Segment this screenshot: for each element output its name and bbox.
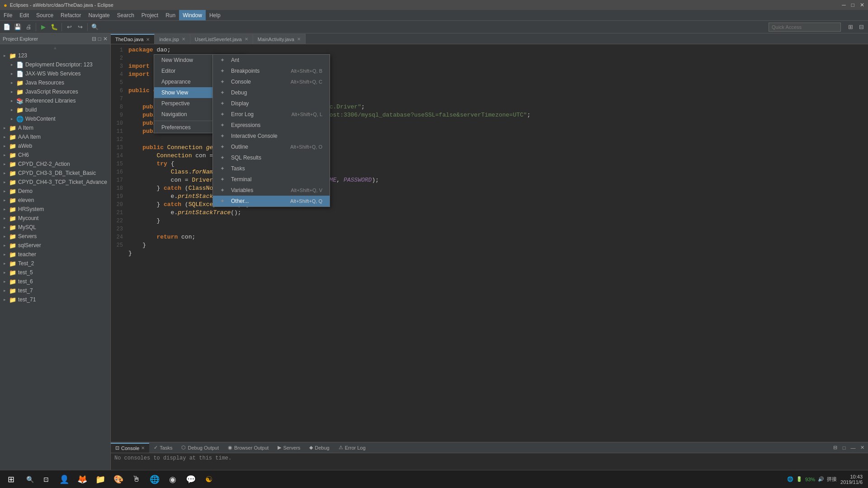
clock[interactable]: 10:43 2019/11/6 <box>840 474 863 485</box>
tab-userlist-close[interactable]: ✕ <box>245 37 248 42</box>
tree-item-java-resources[interactable]: ▸ 📁 Java Resources <box>0 78 110 87</box>
console-tab-console[interactable]: ⊡ Console ✕ <box>111 443 149 453</box>
tree-item-test71[interactable]: ▸ 📁 test_71 <box>0 295 110 304</box>
console-tab-browser-output[interactable]: ◉ Browser Output <box>223 443 273 453</box>
tree-item-referenced-libraries[interactable]: ▸ 📚 Referenced Libraries <box>0 96 110 105</box>
console-tab-debug-output[interactable]: ⬡ Debug Output <box>177 443 223 453</box>
toolbar-run[interactable]: ▶ <box>38 22 48 32</box>
menu-file[interactable]: File <box>0 10 16 20</box>
tree-item-ch6[interactable]: ▸ 📁 CH6 <box>0 150 110 160</box>
submenu-expressions[interactable]: ✦ Expressions <box>213 120 330 131</box>
quick-access-input[interactable] <box>769 23 841 32</box>
taskbar-app-wechat[interactable]: 💬 <box>183 471 199 488</box>
tree-item-sqlserver[interactable]: ▸ 📁 sqlServer <box>0 241 110 250</box>
sidebar-minimize-btn[interactable]: ⊟ <box>92 36 96 42</box>
submenu-display[interactable]: ✦ Display <box>213 98 330 109</box>
task-view-button[interactable]: ⊡ <box>38 470 54 488</box>
taskbar-app-edge[interactable]: 🌐 <box>146 471 163 488</box>
taskbar-app-mouse[interactable]: 🖱 <box>128 471 145 488</box>
taskbar-app-firefox[interactable]: 🦊 <box>74 471 90 488</box>
tree-item-jax-ws[interactable]: ▸ 📄 JAX-WS Web Services <box>0 69 110 78</box>
close-button[interactable]: ✕ <box>860 2 864 8</box>
submenu-breakpoints[interactable]: ✦ Breakpoints Alt+Shift+Q, B <box>213 66 330 76</box>
speaker-icon[interactable]: 🔊 <box>818 476 824 482</box>
taskbar-app-person[interactable]: 👤 <box>56 471 72 488</box>
toolbar-print[interactable]: 🖨 <box>24 22 33 32</box>
submenu-error-log[interactable]: ✦ Error Log Alt+Shift+Q, L <box>213 109 330 120</box>
maximize-button[interactable]: □ <box>851 2 854 8</box>
tree-item-test6[interactable]: ▸ 📁 test_6 <box>0 277 110 286</box>
start-button[interactable]: ⊞ <box>0 470 22 488</box>
sidebar-maximize-btn[interactable]: □ <box>98 36 101 42</box>
tab-mainactivity[interactable]: MainActivity.java ✕ <box>253 34 306 44</box>
submenu-outline[interactable]: ✦ Outline Alt+Shift+Q, O <box>213 141 330 152</box>
tab-index-close[interactable]: ✕ <box>182 37 185 42</box>
submenu-tasks[interactable]: ✦ Tasks <box>213 163 330 174</box>
tree-item-mysql[interactable]: ▸ 📁 MySQL <box>0 223 110 232</box>
menu-edit[interactable]: Edit <box>16 10 33 20</box>
tab-thedao[interactable]: TheDao.java ✕ <box>111 34 155 44</box>
toolbar-save[interactable]: 💾 <box>13 22 23 32</box>
tree-item-123[interactable]: ▸ 📁 123 <box>0 51 110 60</box>
toolbar-redo[interactable]: ↪ <box>75 22 85 32</box>
tree-item-cpyd-ch2[interactable]: ▸ 📁 CPYD_CH2-2_Action <box>0 160 110 169</box>
tab-thedao-close[interactable]: ✕ <box>146 37 150 42</box>
tab-mainactivity-close[interactable]: ✕ <box>297 37 301 42</box>
submenu-interactive-console[interactable]: ✦ Interactive Console <box>213 131 330 141</box>
tree-item-test7[interactable]: ▸ 📁 test_7 <box>0 286 110 295</box>
tree-item-aweb[interactable]: ▸ 📁 aWeb <box>0 141 110 150</box>
tree-item-build[interactable]: ▸ 📁 build <box>0 105 110 114</box>
ime-icon[interactable]: 拼接 <box>827 476 837 483</box>
submenu-debug[interactable]: ✦ Debug <box>213 87 330 98</box>
console-tab-debug[interactable]: ◆ Debug <box>305 443 334 453</box>
submenu-other[interactable]: ✦ Other... Alt+Shift+Q, Q <box>213 196 330 206</box>
menu-navigate[interactable]: Navigate <box>85 10 113 20</box>
search-button[interactable]: 🔍 <box>22 470 38 488</box>
menu-window[interactable]: Window <box>179 10 206 20</box>
tree-item-aaa-item[interactable]: ▸ 📁 AAA Item <box>0 132 110 141</box>
tree-item-webcontent[interactable]: ▸ 🌐 WebContent <box>0 114 110 123</box>
menu-run[interactable]: Run <box>162 10 179 20</box>
toolbar-undo[interactable]: ↩ <box>64 22 74 32</box>
submenu-terminal[interactable]: ✦ Terminal <box>213 174 330 185</box>
console-tab-error-log[interactable]: ⚠ Error Log <box>334 443 370 453</box>
menu-source[interactable]: Source <box>33 10 57 20</box>
taskbar-app-files[interactable]: 📁 <box>92 471 108 488</box>
menu-help[interactable]: Help <box>206 10 224 20</box>
console-btn-3[interactable]: — <box>849 444 857 452</box>
toolbar-debug[interactable]: 🐛 <box>49 22 59 32</box>
minimize-button[interactable]: ─ <box>842 2 846 8</box>
toolbar-search[interactable]: 🔍 <box>90 22 100 32</box>
tree-item-hrsystem[interactable]: ▸ 📁 HRSystem <box>0 205 110 214</box>
tab-index-jsp[interactable]: index.jsp ✕ <box>155 34 190 44</box>
console-tab-tasks[interactable]: ✓ Tasks <box>149 443 177 453</box>
battery-icon[interactable]: 🔋 <box>796 476 802 482</box>
tree-item-a-item[interactable]: ▸ 📁 A Item <box>0 123 110 132</box>
toolbar-new[interactable]: 📄 <box>2 22 12 32</box>
submenu-ant[interactable]: ✦ Ant <box>213 55 330 66</box>
submenu-sql-results[interactable]: ✦ SQL Results <box>213 152 330 163</box>
console-tab-close[interactable]: ✕ <box>141 446 145 450</box>
toolbar-perspectives[interactable]: ⊞ <box>845 22 855 32</box>
tree-item-deployment[interactable]: ▸ 📄 Deployment Descriptor: 123 <box>0 60 110 69</box>
console-btn-2[interactable]: □ <box>840 444 848 452</box>
menu-project[interactable]: Project <box>138 10 162 20</box>
submenu-console[interactable]: ✦ Console Alt+Shift+Q, C <box>213 76 330 87</box>
network-icon[interactable]: 🌐 <box>787 476 793 482</box>
tree-item-eleven[interactable]: ▸ 📁 eleven <box>0 196 110 205</box>
menu-refactor[interactable]: Refactor <box>57 10 85 20</box>
menu-search[interactable]: Search <box>113 10 138 20</box>
toolbar-open-perspective[interactable]: ⊟ <box>856 22 866 32</box>
tree-item-test5[interactable]: ▸ 📁 test_5 <box>0 268 110 277</box>
tree-item-cpyd-ch3[interactable]: ▸ 📁 CPYD_CH3-3_DB_Ticket_Basic <box>0 169 110 178</box>
tree-item-servers[interactable]: ▸ 📁 Servers <box>0 232 110 241</box>
tree-item-mycount[interactable]: ▸ 📁 Mycount <box>0 214 110 223</box>
tree-item-cpyd-ch4[interactable]: ▸ 📁 CPYD_CH4-3_TCP_Ticket_Advance <box>0 178 110 187</box>
taskbar-app-paint[interactable]: 🎨 <box>110 471 127 488</box>
sidebar-close-btn[interactable]: ✕ <box>103 36 108 42</box>
taskbar-app-eclipse[interactable]: ☯ <box>201 471 217 488</box>
taskbar-app-chrome[interactable]: ◉ <box>165 471 181 488</box>
tab-userlist[interactable]: UserListSeverlet.java ✕ <box>190 34 253 44</box>
console-btn-4[interactable]: ✕ <box>858 444 866 452</box>
tree-item-js-resources[interactable]: ▸ 📁 JavaScript Resources <box>0 87 110 96</box>
